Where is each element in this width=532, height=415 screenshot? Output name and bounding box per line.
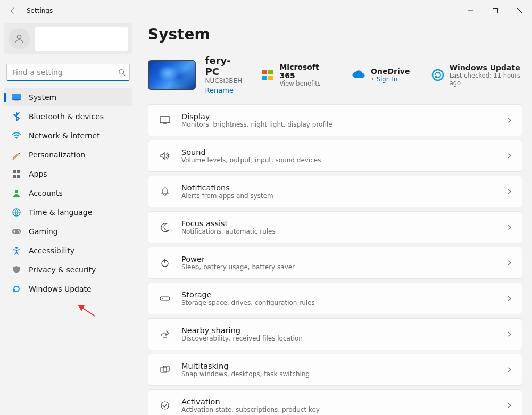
- minimize-button[interactable]: [459, 2, 483, 19]
- chevron-right-icon: [506, 367, 512, 373]
- settings-card-power[interactable]: PowerSleep, battery usage, battery saver: [148, 247, 522, 279]
- sidebar: System Bluetooth & devices Network & int…: [0, 21, 136, 415]
- sidebar-item-accessibility[interactable]: Accessibility: [4, 242, 132, 260]
- privacy-icon: [12, 265, 21, 275]
- system-header-row: fery-PC NUC8i3BEH Rename Microsoft 365 V…: [148, 55, 522, 95]
- card-sub: Storage space, drives, configuration rul…: [181, 299, 315, 306]
- accounts-icon: [12, 188, 21, 198]
- nav-label: Privacy & security: [29, 265, 96, 274]
- windows-update-icon: [12, 284, 21, 294]
- card-sub: Notifications, automatic rules: [181, 228, 276, 235]
- chevron-right-icon: [506, 117, 512, 123]
- card-title: Notifications: [181, 184, 273, 192]
- maximize-button[interactable]: [483, 2, 508, 19]
- header-onedrive[interactable]: OneDrive •Sign In: [351, 67, 410, 83]
- settings-card-check[interactable]: ActivationActivation state, subscription…: [148, 389, 522, 415]
- gaming-icon: [12, 227, 21, 236]
- card-sub: Alerts from apps and system: [181, 192, 273, 200]
- nav-list: System Bluetooth & devices Network & int…: [4, 88, 132, 298]
- back-button[interactable]: [6, 4, 19, 17]
- card-sub: Discoverability, received files location: [181, 335, 303, 342]
- window-controls: [459, 2, 532, 19]
- avatar: [9, 28, 30, 49]
- time-language-icon: [12, 208, 21, 217]
- close-button[interactable]: [508, 2, 532, 19]
- sidebar-item-windows-update[interactable]: Windows Update: [4, 280, 132, 298]
- profile-card[interactable]: [4, 23, 132, 54]
- card-title: Storage: [181, 290, 315, 299]
- header-windows-update[interactable]: Windows Update Last checked: 11 hours ag…: [431, 63, 522, 87]
- m365-title: Microsoft 365: [279, 63, 329, 80]
- sidebar-item-bluetooth[interactable]: Bluetooth & devices: [4, 107, 132, 126]
- moon-icon: [157, 222, 173, 232]
- card-title: Sound: [181, 148, 321, 156]
- m365-sub: View benefits: [279, 80, 329, 87]
- nav-label: Accessibility: [29, 246, 74, 255]
- rename-link[interactable]: Rename: [205, 86, 234, 94]
- card-sub: Activation state, subscriptions, product…: [181, 406, 320, 413]
- settings-card-sound[interactable]: SoundVolume levels, output, input, sound…: [148, 140, 522, 172]
- check-icon: [157, 401, 173, 410]
- svg-rect-21: [160, 117, 170, 123]
- chevron-right-icon: [506, 188, 512, 195]
- nav-label: Accounts: [29, 189, 63, 197]
- search-box: [6, 64, 130, 81]
- personalization-icon: [12, 150, 21, 160]
- settings-card-list: DisplayMonitors, brightness, night light…: [148, 104, 522, 415]
- chevron-right-icon: [506, 224, 512, 230]
- sidebar-item-network[interactable]: Network & internet: [4, 127, 132, 145]
- card-sub: Volume levels, output, input, sound devi…: [181, 156, 321, 164]
- multitask-icon: [157, 366, 173, 374]
- apps-icon: [12, 169, 21, 179]
- main-content: System fery-PC NUC8i3BEH Rename Microsof…: [136, 21, 532, 415]
- onedrive-sub[interactable]: •Sign In: [371, 76, 410, 83]
- share-icon: [157, 329, 173, 339]
- svg-point-2: [119, 70, 124, 74]
- svg-rect-23: [160, 297, 170, 300]
- nav-label: Bluetooth & devices: [29, 112, 104, 121]
- settings-card-multitask[interactable]: MultitaskingSnap windows, desktops, task…: [148, 354, 522, 386]
- profile-name-card: [35, 27, 128, 51]
- system-icon: [12, 93, 21, 102]
- app-title: Settings: [27, 7, 53, 14]
- update-sub: Last checked: 11 hours ago: [450, 72, 522, 87]
- pc-name: fery-PC: [205, 55, 243, 77]
- card-title: Power: [181, 255, 295, 263]
- sound-icon: [157, 152, 173, 160]
- storage-icon: [157, 295, 173, 302]
- settings-card-storage[interactable]: StorageStorage space, drives, configurat…: [148, 283, 522, 314]
- nav-label: Gaming: [29, 227, 58, 236]
- chevron-right-icon: [506, 295, 512, 302]
- card-title: Nearby sharing: [181, 326, 303, 335]
- nav-label: Personalization: [29, 151, 85, 159]
- chevron-right-icon: [506, 402, 512, 409]
- search-input[interactable]: [6, 64, 130, 81]
- card-title: Display: [181, 112, 332, 121]
- svg-rect-19: [268, 76, 273, 80]
- svg-rect-7: [17, 170, 20, 173]
- sidebar-item-system[interactable]: System: [4, 88, 132, 106]
- sidebar-item-personalization[interactable]: Personalization: [4, 146, 132, 164]
- network-icon: [12, 131, 21, 140]
- svg-point-1: [17, 35, 21, 39]
- settings-card-display[interactable]: DisplayMonitors, brightness, night light…: [148, 104, 522, 136]
- sidebar-item-time-language[interactable]: Time & language: [4, 203, 132, 221]
- settings-card-share[interactable]: Nearby sharingDiscoverability, received …: [148, 318, 522, 350]
- nav-label: Network & internet: [29, 131, 100, 140]
- bell-icon: [157, 187, 173, 196]
- svg-point-13: [18, 230, 19, 231]
- pc-model: NUC8i3BEH: [205, 77, 243, 85]
- sidebar-item-accounts[interactable]: Accounts: [4, 184, 132, 202]
- svg-rect-3: [12, 94, 21, 100]
- sidebar-item-gaming[interactable]: Gaming: [4, 222, 132, 240]
- sidebar-item-privacy[interactable]: Privacy & security: [4, 261, 132, 279]
- svg-point-5: [16, 138, 17, 139]
- settings-card-bell[interactable]: NotificationsAlerts from apps and system: [148, 176, 522, 208]
- nav-label: System: [29, 93, 56, 102]
- pc-thumbnail: [148, 60, 196, 90]
- card-sub: Sleep, battery usage, battery saver: [181, 263, 295, 271]
- card-sub: Snap windows, desktops, task switching: [181, 370, 310, 378]
- settings-card-moon[interactable]: Focus assistNotifications, automatic rul…: [148, 211, 522, 243]
- sidebar-item-apps[interactable]: Apps: [4, 165, 132, 183]
- header-microsoft365[interactable]: Microsoft 365 View benefits: [261, 63, 329, 87]
